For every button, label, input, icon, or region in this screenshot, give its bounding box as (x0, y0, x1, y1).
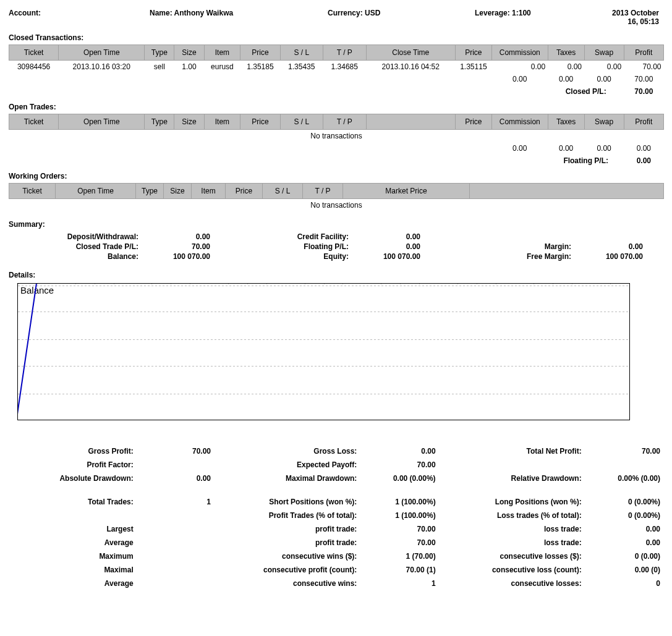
expected-payoff-value: 70.00 (360, 459, 438, 471)
name-label: Name: (150, 9, 174, 17)
max-cons-profit-value: 70.00 (1) (360, 564, 438, 576)
floating-pl-value2: 0.00 (352, 242, 420, 251)
total-trades-value: 1 (137, 496, 213, 508)
col-close-time: Close Time (366, 45, 455, 61)
col-size: Size (164, 184, 192, 199)
max-cons-profit-label: consecutive profit (count): (232, 564, 359, 576)
total-net-label: Total Net Profit: (457, 445, 584, 457)
credit-label: Credit Facility: (219, 232, 352, 241)
cell-swap: 0.00 (584, 61, 624, 74)
col-taxes: Taxes (548, 114, 584, 130)
long-pos-label: Long Positions (won %): (457, 496, 584, 508)
col-price: Price (226, 184, 263, 199)
col-profit: Profit (624, 45, 663, 61)
col-size: Size (174, 114, 204, 130)
chart-title: Balance (20, 285, 54, 295)
cell-open-price: 1.35185 (240, 61, 280, 74)
report-datetime: 2013 October 16, 05:13 (610, 9, 659, 26)
short-pos-label: Short Positions (won %): (232, 496, 359, 508)
col-type: Type (145, 114, 174, 130)
col-item: Item (204, 45, 240, 61)
max-cons-losses-value: 0 (0.00) (585, 550, 663, 562)
currency-value: USD (365, 9, 380, 17)
loss-trades-value: 0 (0.00%) (585, 509, 663, 522)
credit-value: 0.00 (352, 232, 420, 241)
col-tp: T / P (323, 45, 367, 61)
cell-close-time: 2013.10.16 04:52 (366, 61, 455, 74)
avg-cons-wins-value: 1 (360, 577, 438, 590)
open-trades-table: Ticket Open Time Type Size Item Price S … (9, 114, 664, 167)
margin-value: 0.00 (575, 242, 643, 251)
max-dd-value: 0.00 (0.00%) (360, 472, 438, 485)
col-commission: Commission (491, 45, 548, 61)
max-cons-loss-value: 0.00 (0) (585, 564, 663, 576)
col-sl: S / L (263, 184, 303, 199)
totals-commission: 0.00 (491, 73, 548, 85)
open-totals-profit: 0.00 (624, 142, 663, 155)
col-sl: S / L (280, 45, 323, 61)
equity-value: 100 070.00 (352, 252, 420, 261)
col-price1: Price (240, 114, 280, 130)
col-commission: Commission (491, 114, 548, 130)
stats-table: Gross Profit: 70.00 Gross Loss: 0.00 Tot… (9, 444, 664, 591)
balance-chart: Balance 99997100011100026100040100055100… (9, 283, 664, 438)
gross-profit-value: 70.00 (137, 445, 213, 457)
cell-type: sell (145, 61, 174, 74)
cell-profit: 70.00 (624, 61, 663, 74)
total-net-value: 70.00 (585, 445, 663, 457)
cell-size: 1.00 (174, 61, 204, 74)
col-taxes: Taxes (548, 45, 584, 61)
closed-pl-value: 70.00 (624, 85, 663, 98)
floating-pl-row: Floating P/L: 0.00 (9, 155, 664, 167)
col-swap: Swap (584, 114, 624, 130)
col-open-time: Open Time (56, 184, 136, 199)
col-tp: T / P (303, 184, 343, 199)
closed-transactions-table: Ticket Open Time Type Size Item Price S … (9, 45, 664, 98)
abs-dd-value: 0.00 (137, 472, 213, 485)
balance-label: Balance: (9, 252, 142, 261)
average-label: Average (10, 536, 136, 549)
short-pos-value: 1 (100.00%) (360, 496, 438, 508)
avg-cons-wins-label: consecutive wins: (232, 577, 359, 590)
largest-profit-value: 70.00 (360, 523, 438, 535)
open-totals-commission: 0.00 (491, 142, 548, 155)
summary-title: Summary: (9, 220, 664, 229)
rel-dd-value: 0.00% (0.00) (585, 472, 663, 485)
col-market-price: Market Price (343, 184, 470, 199)
col-ticket: Ticket (9, 184, 56, 199)
total-trades-label: Total Trades: (10, 496, 136, 508)
col-item: Item (192, 184, 226, 199)
col-price2: Price (455, 114, 491, 130)
open-trades-title: Open Trades: (9, 103, 664, 111)
col-open-time: Open Time (59, 114, 145, 130)
loss-trades-label: Loss trades (% of total): (457, 509, 584, 522)
account-label: Account: (9, 9, 145, 26)
working-orders-table: Ticket Open Time Type Size Item Price S … (9, 183, 664, 211)
cell-sl: 1.35435 (280, 61, 323, 74)
profit-trades-label: Profit Trades (% of total): (232, 509, 359, 522)
gross-loss-label: Gross Loss: (232, 445, 359, 457)
working-no-transactions: No transactions (9, 199, 664, 212)
col-blank (366, 114, 455, 130)
cell-tp: 1.34685 (323, 61, 367, 74)
cell-commission: 0.00 (491, 61, 548, 74)
avg-loss-value: 0.00 (585, 536, 663, 549)
currency-label: Currency: (328, 9, 365, 17)
col-blank (470, 184, 664, 199)
closed-transactions-title: Closed Transactions: (9, 33, 664, 42)
expected-payoff-label: Expected Payoff: (232, 459, 359, 471)
cell-ticket: 30984456 (9, 61, 59, 74)
free-margin-value: 100 070.00 (575, 252, 643, 261)
col-item: Item (204, 114, 240, 130)
avg-loss-label: loss trade: (457, 536, 584, 549)
table-row: 30984456 2013.10.16 03:20 sell 1.00 euru… (9, 61, 664, 74)
rel-dd-label: Relative Drawdown: (457, 472, 584, 485)
profit-factor-label: Profit Factor: (10, 459, 136, 471)
open-no-transactions: No transactions (9, 130, 664, 143)
equity-label: Equity: (219, 252, 352, 261)
maximum-label: Maximum (10, 550, 136, 562)
summary-block: Deposit/Withdrawal:0.00 Credit Facility:… (9, 232, 664, 261)
totals-taxes: 0.00 (548, 73, 584, 85)
working-orders-title: Working Orders: (9, 172, 664, 180)
margin-label: Margin: (441, 242, 575, 251)
